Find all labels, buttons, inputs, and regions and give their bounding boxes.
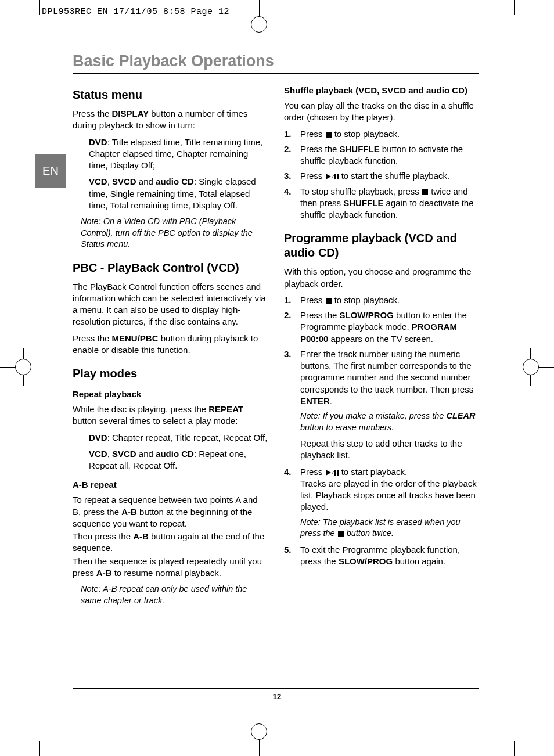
list-item: 4.Press to start playback.Tracks are pla… — [284, 466, 479, 513]
stop-icon — [326, 132, 332, 138]
note-text: Note: A-B repeat can only be used within… — [81, 584, 268, 606]
registration-mark — [523, 359, 539, 375]
body-text: VCD, SVCD and audio CD: Single elapsed t… — [89, 176, 268, 211]
body-text: While the disc is playing, press the REP… — [73, 404, 268, 427]
crop-mark — [514, 741, 515, 756]
heading-repeat-playback: Repeat playback — [73, 389, 268, 399]
footer-rule — [73, 688, 479, 689]
svg-line-1 — [332, 175, 334, 178]
page-title: Basic Playback Operations — [73, 52, 479, 70]
body-text: DVD: Chapter repeat, Title repeat, Repea… — [89, 432, 268, 444]
heading-play-modes: Play modes — [73, 366, 268, 381]
svg-rect-3 — [337, 174, 339, 179]
crop-mark — [514, 0, 515, 15]
body-text: Repeat this step to add other tracks to … — [300, 438, 479, 462]
svg-line-5 — [332, 471, 334, 474]
body-text: Press the DISPLAY button a number of tim… — [73, 108, 268, 132]
body-text: You can play all the tracks on the disc … — [284, 100, 479, 124]
list-item: 2.Press the SLOW/PROG button to enter th… — [284, 309, 479, 345]
body-text: VCD, SVCD and audio CD: Repeat one, Repe… — [89, 448, 268, 472]
svg-marker-0 — [326, 174, 331, 179]
note-text: Note: On a Video CD with PBC (Playback C… — [81, 216, 268, 250]
list-item: 5.To exit the Programme playback functio… — [284, 544, 479, 568]
crop-mark — [39, 0, 40, 15]
body-text: With this option, you choose and program… — [284, 266, 479, 290]
print-slug: DPL953REC_EN 17/11/05 8:58 Page 12 — [42, 7, 229, 17]
svg-rect-6 — [334, 470, 336, 476]
ordered-list: 4.Press to start playback.Tracks are pla… — [284, 466, 479, 513]
title-rule — [73, 73, 479, 74]
note-text: Note: The playback list is erased when y… — [300, 517, 479, 539]
svg-rect-7 — [337, 470, 339, 476]
crop-mark — [39, 741, 40, 756]
svg-rect-2 — [334, 174, 336, 179]
registration-mark — [251, 16, 267, 33]
list-item: 3.Press to start the shuffle playback. — [284, 170, 479, 182]
list-item: 2.Press the SHUFFLE button to activate t… — [284, 143, 479, 167]
list-item: 1.Press to stop playback. — [284, 128, 479, 140]
ordered-list: 1.Press to stop playback. 2.Press the SL… — [284, 294, 479, 407]
heading-shuffle-playback: Shuffle playback (VCD, SVCD and audio CD… — [284, 85, 479, 95]
stop-icon — [422, 189, 428, 195]
heading-ab-repeat: A-B repeat — [73, 480, 268, 489]
stop-icon — [338, 531, 344, 537]
left-column: Status menu Press the DISPLAY button a n… — [73, 85, 268, 611]
play-pause-icon — [326, 470, 339, 476]
heading-status-menu: Status menu — [73, 88, 268, 102]
right-column: Shuffle playback (VCD, SVCD and audio CD… — [284, 85, 479, 611]
language-tab: EN — [35, 154, 66, 188]
stop-icon — [326, 298, 332, 304]
heading-programme-playback: Programme playback (VCD and audio CD) — [284, 231, 479, 260]
body-text: Then press the A-B button again at the e… — [73, 531, 268, 555]
list-item: 4.To stop shuffle playback, press twice … — [284, 186, 479, 221]
page-content: Basic Playback Operations Status menu Pr… — [73, 52, 479, 611]
note-text: Note: If you make a mistake, press the C… — [300, 411, 479, 433]
body-text: Press the MENU/PBC button during playbac… — [73, 333, 268, 357]
registration-mark — [251, 723, 267, 740]
play-pause-icon — [326, 174, 339, 179]
body-text: DVD: Title elapsed time, Title remaining… — [89, 136, 268, 172]
body-text: The PlayBack Control function offers sce… — [73, 281, 268, 328]
page-number: 12 — [0, 692, 554, 701]
body-text: Then the sequence is played repeatedly u… — [73, 556, 268, 579]
list-item: 3.Enter the track number using the numer… — [284, 348, 479, 407]
list-item: 1.Press to stop playback. — [284, 294, 479, 306]
registration-mark — [15, 359, 31, 375]
ordered-list: 1.Press to stop playback. 2.Press the SH… — [284, 128, 479, 221]
svg-marker-4 — [326, 470, 331, 476]
heading-pbc: PBC - PlayBack Control (VCD) — [73, 261, 268, 275]
body-text: To repeat a sequence between two points … — [73, 494, 268, 530]
ordered-list: 5.To exit the Programme playback functio… — [284, 544, 479, 568]
